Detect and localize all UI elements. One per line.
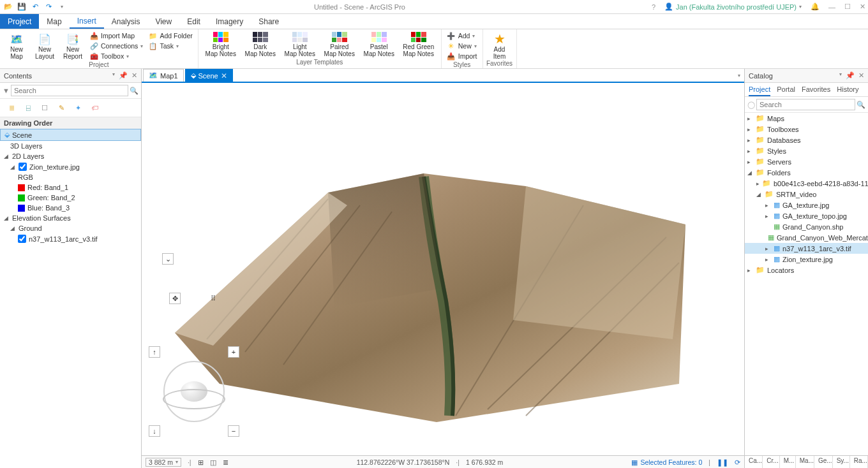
collapse-icon[interactable]: ◢ [4, 215, 10, 221]
catalog-search-input[interactable] [756, 99, 855, 110]
new-layout-button[interactable]: 📄 New Layout [31, 31, 59, 60]
catalog-file[interactable]: ▦Grand_Canyon.shp [745, 221, 868, 232]
pane-close-icon[interactable]: ✕ [131, 71, 137, 80]
catalog-folder[interactable]: ▸📁b00e41c3-eebd-4218-a83d-11daac45 [745, 178, 868, 189]
new-map-button[interactable]: 🗺️ New Map [3, 31, 31, 60]
task-button[interactable]: 📋Task▾ [146, 41, 195, 51]
status-snapping-icon[interactable]: ◫ [210, 458, 216, 466]
catalog-file[interactable]: ▸▩Zion_texture.jpg [745, 254, 868, 265]
pane-pin-icon[interactable]: 📌 [846, 71, 855, 80]
ribbon-tab-view[interactable]: View [147, 14, 179, 29]
connections-button[interactable]: 🔗Connections▾ [87, 41, 146, 51]
nav-down-button[interactable]: ↓ [149, 425, 160, 437]
ribbon-tab-analysis[interactable]: Analysis [104, 14, 148, 29]
catalog-bottom-tab[interactable]: Ge... [814, 456, 833, 468]
pane-dropdown-icon[interactable]: ▾ [112, 71, 115, 80]
pane-dropdown-icon[interactable]: ▾ [839, 71, 842, 80]
expand-icon[interactable]: ▸ [747, 115, 753, 122]
nav-up-button[interactable]: ↑ [149, 346, 160, 358]
catalog-node[interactable]: ▸📁Toolboxes [745, 124, 868, 135]
layer-visibility-checkbox[interactable] [18, 235, 26, 243]
nav-globe[interactable] [163, 361, 225, 422]
search-icon[interactable]: 🔍 [130, 87, 138, 95]
catalog-bottom-tab[interactable]: Ca... [745, 456, 763, 468]
user-account[interactable]: 👤 Jan (Fakulta životního prostředí UJEP)… [664, 3, 802, 11]
styles-import-button[interactable]: 📥Import [444, 51, 480, 61]
expand-icon[interactable]: ▸ [747, 126, 753, 133]
pane-close-icon[interactable]: ✕ [858, 71, 864, 80]
expand-icon[interactable]: ▸ [756, 180, 760, 187]
scale-selector[interactable]: 3 882 m▾ [146, 458, 181, 467]
expand-icon[interactable]: ▸ [747, 148, 753, 154]
open-icon[interactable]: 📂 [3, 1, 14, 13]
ribbon-tab-insert[interactable]: Insert [70, 14, 104, 29]
catalog-node[interactable]: ▸📁Servers [745, 156, 868, 167]
layer-visibility-checkbox[interactable] [19, 163, 27, 171]
qat-more-icon[interactable]: ▾ [56, 1, 68, 13]
contents-search-input[interactable] [11, 85, 128, 96]
contents-elevation-raster-node[interactable]: n37_w113_1arc_v3.tif [0, 233, 141, 244]
help-icon[interactable]: ? [652, 3, 655, 11]
list-by-source-icon[interactable]: ⌸ [22, 101, 34, 114]
expand-icon[interactable]: ▸ [747, 137, 753, 143]
collapse-icon[interactable]: ◢ [4, 153, 10, 159]
layer-template-button[interactable]: Bright Map Notes [204, 31, 238, 57]
scene-canvas[interactable]: ⌄ ✥⠿ ↑ + ↓ − [142, 83, 744, 455]
nav-full-extent-button[interactable]: ✥ [169, 293, 181, 304]
catalog-folder[interactable]: ◢📁SRTM_video [745, 189, 868, 200]
styles-add-button[interactable]: ➕Add▾ [444, 31, 480, 41]
contents-3d-layers-node[interactable]: 3D Layers [0, 141, 141, 151]
expand-icon[interactable]: ▸ [747, 267, 753, 274]
list-by-snapping-icon[interactable]: ✦ [71, 101, 84, 114]
layer-template-button[interactable]: Red Green Map Notes [401, 31, 436, 57]
expand-icon[interactable]: ▸ [747, 159, 753, 165]
status-constraints-icon[interactable]: ⊞ [198, 458, 204, 466]
undo-icon[interactable]: ↶ [29, 1, 41, 13]
styles-new-button[interactable]: ✳New▾ [444, 41, 480, 51]
view-tab-scene[interactable]: ⬙Scene✕ [185, 69, 233, 82]
catalog-bottom-tab[interactable]: Ma... [796, 456, 814, 468]
contents-raster-layer-node[interactable]: ◢Zion_texture.jpg [0, 161, 141, 172]
expand-icon[interactable]: ▸ [765, 245, 771, 252]
search-icon[interactable]: 🔍 [857, 101, 865, 109]
catalog-tab-portal[interactable]: Portal [777, 85, 795, 96]
catalog-node[interactable]: ▸📁Maps [745, 113, 868, 124]
layer-template-button[interactable]: Paired Map Notes [322, 31, 357, 57]
contents-ground-node[interactable]: ◢Ground [0, 223, 141, 233]
catalog-bottom-tab[interactable]: Cr... [763, 456, 779, 468]
new-report-button[interactable]: 📑 New Report [59, 31, 87, 60]
catalog-bottom-tab[interactable]: Sy... [833, 456, 850, 468]
ribbon-tab-edit[interactable]: Edit [179, 14, 208, 29]
list-by-selection-icon[interactable]: ☐ [38, 101, 51, 114]
ribbon-tab-map[interactable]: Map [39, 14, 69, 29]
nav-zoom-in-button[interactable]: + [228, 346, 239, 358]
back-icon[interactable]: ◯ [747, 101, 755, 109]
view-tab-map[interactable]: 🗺️Map1 [143, 69, 184, 82]
catalog-tab-history[interactable]: History [837, 85, 858, 96]
catalog-tab-favorites[interactable]: Favorites [802, 85, 830, 96]
catalog-file[interactable]: ▸▩GA_texture.jpg [745, 200, 868, 210]
ribbon-tab-imagery[interactable]: Imagery [208, 14, 251, 29]
list-by-labeling-icon[interactable]: 🏷 [88, 101, 101, 114]
filter-icon[interactable]: ▼ [3, 87, 10, 94]
pane-pin-icon[interactable]: 📌 [119, 71, 128, 80]
ribbon-tab-project[interactable]: Project [0, 14, 39, 29]
add-favorite-button[interactable]: ★ Add Item [486, 31, 514, 60]
expand-icon[interactable]: ▸ [765, 202, 771, 208]
list-by-editing-icon[interactable]: ✎ [55, 101, 68, 114]
catalog-node[interactable]: ▸📁Databases [745, 135, 868, 145]
expand-icon[interactable]: ◢ [756, 191, 762, 198]
notifications-icon[interactable]: 🔔 [811, 3, 819, 11]
toolbox-button[interactable]: 🧰Toolbox▾ [87, 51, 146, 61]
status-selected-features[interactable]: ▦Selected Features: 0 [631, 458, 702, 466]
status-grid-icon[interactable]: ≣ [223, 458, 228, 466]
expand-icon[interactable]: ▸ [765, 256, 771, 263]
expand-icon[interactable]: ◢ [747, 170, 753, 176]
contents-elevation-surfaces-node[interactable]: ◢Elevation Surfaces [0, 213, 141, 223]
catalog-file[interactable]: ▸▩GA_texture_topo.jpg [745, 210, 868, 221]
contents-2d-layers-node[interactable]: ◢2D Layers [0, 151, 141, 161]
list-by-drawing-order-icon[interactable]: ≣ [5, 101, 18, 114]
catalog-bottom-tab[interactable]: M... [780, 456, 796, 468]
layer-template-button[interactable]: Pastel Map Notes [362, 31, 396, 57]
view-tabs-more-icon[interactable]: ▾ [738, 73, 744, 78]
